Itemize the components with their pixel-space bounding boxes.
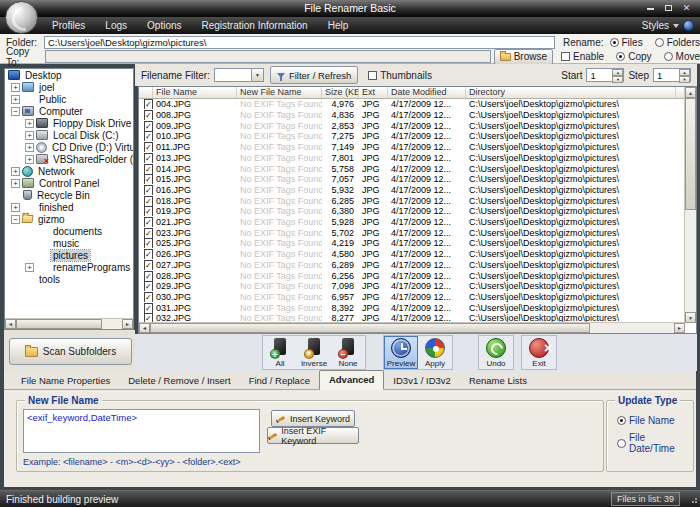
table-row[interactable]: 016.JPGNo EXIF Tags Found5,932JPG4/17/20… [139,185,696,196]
tree-expander[interactable]: + [25,119,34,128]
scroll-thumb[interactable] [685,98,696,210]
tree-item-local-disk-c[interactable]: +Local Disk (C:) [5,129,133,141]
table-row[interactable]: 025.JPGNo EXIF Tags Found4,219JPG4/17/20… [139,238,696,249]
table-row[interactable]: 004.JPGNo EXIF Tags Found4,976JPG4/17/20… [139,99,696,110]
scroll-left-icon[interactable]: ◄ [139,323,150,333]
row-checkbox[interactable] [144,131,153,141]
tree-item-joel[interactable]: +joel [5,81,133,93]
row-checkbox[interactable] [144,185,153,195]
tree-item-public[interactable]: +Public [5,93,133,105]
start-stepper[interactable]: 1 ▲▼ [586,68,624,82]
tree-expander[interactable]: + [25,155,34,164]
resize-grip[interactable] [690,496,697,503]
tree-expander[interactable]: + [11,95,20,104]
scroll-left-icon[interactable]: ◄ [5,319,16,329]
enable-checkbox[interactable] [561,52,570,61]
row-checkbox[interactable] [144,153,153,163]
spin-up-icon[interactable]: ▲ [612,69,623,76]
chevron-down-icon[interactable]: ▼ [251,69,263,81]
scroll-thumb[interactable] [16,319,102,329]
tree-expander[interactable]: + [11,203,20,212]
column-header-file-name[interactable]: File Name [153,87,237,98]
filter-refresh-button[interactable]: Filter / Refresh [270,66,358,84]
tree-item-desktop[interactable]: Desktop [5,69,133,81]
row-checkbox[interactable] [144,238,153,248]
minimize-button[interactable] [645,3,656,13]
row-checkbox[interactable] [144,217,153,227]
tree-item-renameprograms[interactable]: +renamePrograms [5,261,133,273]
menu-item-registration-information[interactable]: Registration Information [192,17,318,34]
tree-item-gizmo[interactable]: −gizmo [5,213,133,225]
column-header-date-modified[interactable]: Date Modified [388,87,466,98]
column-header-checkbox[interactable] [139,87,153,98]
table-row[interactable]: 014.JPGNo EXIF Tags Found5,758JPG4/17/20… [139,163,696,174]
close-button[interactable]: ✕ [681,3,692,13]
browse-button[interactable]: Browse [494,49,553,65]
row-checkbox[interactable] [144,121,153,131]
row-checkbox[interactable] [144,260,153,270]
tree-item-cd-drive-d-virtualbox-guest[interactable]: +CD Drive (D:) VirtualBox Guest [5,141,133,153]
rename-folders-radio[interactable] [655,38,664,47]
tab-id3v1-id3v2[interactable]: ID3v1 / ID3v2 [384,373,460,389]
row-checkbox[interactable] [144,228,153,238]
tree-item-control-panel[interactable]: +Control Panel [5,177,133,189]
scan-subfolders-button[interactable]: Scan Subfolders [9,338,132,365]
tree-item-finished[interactable]: +finished [5,201,133,213]
tree-expander[interactable]: + [11,179,20,188]
spin-down-icon[interactable]: ▼ [612,76,623,83]
row-checkbox[interactable] [144,271,153,281]
toolbar-button-undo[interactable]: Undo [479,336,513,369]
row-checkbox[interactable] [144,303,153,313]
new-file-name-pattern-input[interactable]: <exif_keyword,DateTime> [23,409,260,453]
tree-item-floppy-disk-drive-a[interactable]: +Floppy Disk Drive (A:) [5,117,133,129]
table-row[interactable]: 030.JPGNo EXIF Tags Found6,957JPG4/17/20… [139,292,696,303]
menu-item-logs[interactable]: Logs [95,17,137,34]
tree-expander[interactable]: + [11,83,20,92]
row-checkbox[interactable] [144,110,153,120]
tree-item-tools[interactable]: tools [5,273,133,285]
styles-menu[interactable]: Styles [642,17,694,34]
menu-item-options[interactable]: Options [137,17,191,34]
filename-filter-combobox[interactable]: ▼ [214,68,264,82]
insert-exif-keyword-button[interactable]: Insert EXIF Keyword [267,427,359,444]
maximize-button[interactable] [663,3,674,13]
row-checkbox[interactable] [144,196,153,206]
table-row[interactable]: 021.JPGNo EXIF Tags Found5,928JPG4/17/20… [139,217,696,228]
tree-item-recycle-bin[interactable]: Recycle Bin [5,189,133,201]
tree-item-documents[interactable]: documents [5,225,133,237]
table-row[interactable]: 023.JPGNo EXIF Tags Found5,702JPG4/17/20… [139,227,696,238]
scroll-down-icon[interactable]: ▼ [685,312,696,323]
row-checkbox[interactable] [144,206,153,216]
folder-input[interactable] [44,36,555,49]
scroll-up-icon[interactable]: ▲ [685,87,696,98]
row-checkbox[interactable] [144,249,153,259]
column-header-directory[interactable]: Directory [466,87,676,98]
table-row[interactable]: 018.JPGNo EXIF Tags Found6,285JPG4/17/20… [139,195,696,206]
tree-expander[interactable]: − [11,107,20,116]
scroll-thumb[interactable] [150,323,590,333]
table-row[interactable]: 031.JPGNo EXIF Tags Found8,392JPG4/17/20… [139,302,696,313]
copy-radio[interactable] [616,52,625,61]
table-row[interactable]: 026.JPGNo EXIF Tags Found4,580JPG4/17/20… [139,249,696,260]
tree-expander[interactable]: + [25,263,34,272]
tree-item-vbsharedfolder-vboxsvr-z[interactable]: +VBSharedFolder (\\vboxsvr) (Z [5,153,133,165]
toolbar-button-preview[interactable]: Preview [384,336,418,369]
table-row[interactable]: 013.JPGNo EXIF Tags Found7,801JPG4/17/20… [139,153,696,164]
toolbar-button-inverse[interactable]: *Inverse [297,336,331,369]
table-row[interactable]: 010.JPGNo EXIF Tags Found7,275JPG4/17/20… [139,131,696,142]
row-checkbox[interactable] [144,281,153,291]
rename-files-radio[interactable] [610,38,619,47]
tab-file-name-properties[interactable]: File Name Properties [12,373,119,389]
table-row[interactable]: 011.JPGNo EXIF Tags Found7,149JPG4/17/20… [139,142,696,153]
tree-expander[interactable]: + [25,143,34,152]
toolbar-button-none[interactable]: –None [331,336,365,369]
tree-expander[interactable]: − [11,215,20,224]
copy-to-input[interactable] [45,50,490,63]
toolbar-button-all[interactable]: +All [263,336,297,369]
table-horizontal-scrollbar[interactable]: ◄ ► [139,322,685,333]
tree-item-network[interactable]: +Network [5,165,133,177]
insert-keyword-button[interactable]: Insert Keyword [271,410,355,427]
tree-item-pictures[interactable]: pictures [5,249,133,261]
tree-expander[interactable]: + [25,131,34,140]
tree-item-computer[interactable]: −Computer [5,105,133,117]
